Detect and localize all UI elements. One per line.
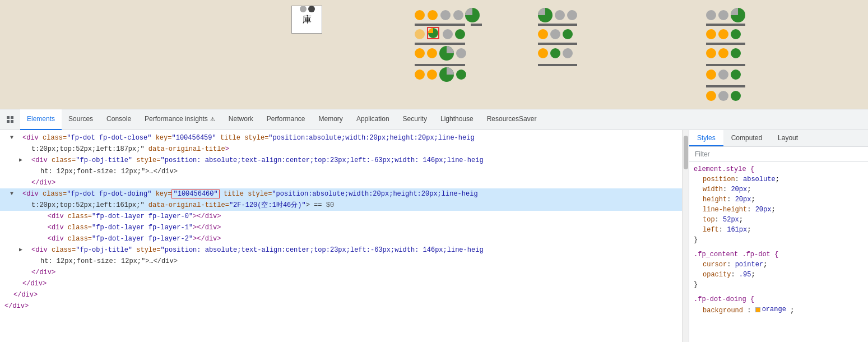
- dom-scrollbar[interactable]: [682, 130, 689, 342]
- tab-bar: Elements Sources Console Performance ins…: [0, 109, 868, 130]
- dom-line-selected: ▼ <div class="fp-dot fp-dot-doing" key="…: [0, 188, 682, 200]
- dom-line: </div>: [0, 267, 682, 278]
- tab-application[interactable]: Application: [350, 109, 396, 130]
- dom-line-selected-cont: t:20px;top:52px;left:161px;" data-origin…: [0, 200, 682, 211]
- dom-line: ht: 12px;font-size: 12px;">…</div>: [0, 256, 682, 267]
- dom-line: ▼ <div class="fp-dot fp-dot-close" key="…: [0, 132, 682, 144]
- svg-rect-7: [11, 116, 13, 119]
- right-tab-styles[interactable]: Styles: [689, 130, 723, 146]
- chinese-char-box: 庫: [291, 6, 322, 34]
- tab-security[interactable]: Security: [396, 109, 434, 130]
- dom-line: </div>: [0, 278, 682, 289]
- tab-console[interactable]: Console: [100, 109, 138, 130]
- tab-performance-insights[interactable]: Performance insights ⚠: [138, 109, 222, 130]
- dom-line: </div>: [0, 301, 682, 312]
- scrollbar-thumb[interactable]: [684, 136, 688, 169]
- tab-memory[interactable]: Memory: [312, 109, 350, 130]
- tab-performance[interactable]: Performance: [260, 109, 312, 130]
- color-swatch-orange[interactable]: [755, 307, 760, 312]
- tab-network[interactable]: Network: [222, 109, 260, 130]
- dom-line: <div class="fp-dot-layer fp-layer-2"></d…: [0, 233, 682, 244]
- styles-content: element.style { position: absolute; widt…: [689, 162, 868, 342]
- devtools-panel: Elements Sources Console Performance ins…: [0, 109, 868, 342]
- style-block-fp-dot-doing: .fp-dot-doing { background : orange ;: [694, 294, 864, 316]
- dom-line: <div class="fp-dot-layer fp-layer-0"></d…: [0, 211, 682, 222]
- dom-line: t:20px;top:52px;left:187px;" data-origin…: [0, 144, 682, 155]
- filter-label: Filter: [695, 150, 710, 158]
- dom-line: </div>: [0, 177, 682, 188]
- dom-line: ht: 12px;font-size: 12px;">…</div>: [0, 166, 682, 177]
- tab-elements[interactable]: Elements: [20, 109, 62, 130]
- main-content: ▼ <div class="fp-dot fp-dot-close" key="…: [0, 130, 868, 342]
- dom-line: <div class="fp-dot-layer fp-layer-1"></d…: [0, 222, 682, 233]
- game-container: 庫: [0, 0, 868, 109]
- tab-resourcessaver[interactable]: ResourcesSaver: [480, 109, 544, 130]
- filter-row: Filter: [689, 147, 868, 162]
- svg-rect-8: [7, 120, 10, 123]
- right-tabs: Styles Computed Layout: [689, 130, 868, 147]
- dom-line: ▶ <div class="fp-obj-title" style="posit…: [0, 244, 682, 256]
- style-block-element: element.style { position: absolute; widt…: [694, 164, 864, 245]
- tab-sources[interactable]: Sources: [62, 109, 100, 130]
- right-tab-layout[interactable]: Layout: [770, 130, 806, 146]
- dom-line: </div>: [0, 289, 682, 301]
- right-panel: Styles Computed Layout Filter element.st…: [689, 130, 868, 342]
- tab-lighthouse[interactable]: Lighthouse: [434, 109, 480, 130]
- svg-rect-9: [11, 120, 13, 123]
- style-block-fp-dot: .fp_content .fp-dot { cursor: pointer; o…: [694, 249, 864, 290]
- svg-rect-6: [7, 116, 10, 119]
- dom-line: ▶ <div class="fp-obj-title" style="posit…: [0, 155, 682, 166]
- right-tab-computed[interactable]: Computed: [723, 130, 770, 146]
- devtools-toggle-icon[interactable]: [2, 109, 18, 130]
- preview-area: 庫: [0, 0, 868, 109]
- warning-icon: ⚠: [210, 116, 215, 122]
- dom-panel[interactable]: ▼ <div class="fp-dot fp-dot-close" key="…: [0, 130, 682, 342]
